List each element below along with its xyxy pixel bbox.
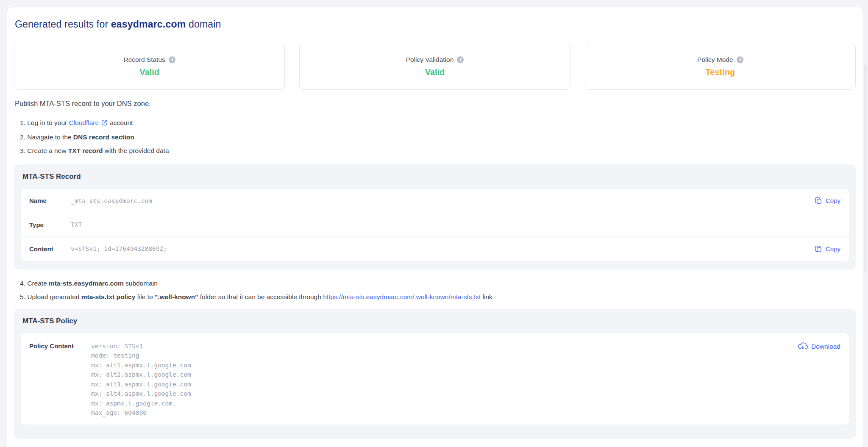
policy-panel-title: MTA-STS Policy [22,317,849,325]
step-number: 5. [20,293,27,300]
step-text: DNS record section [73,133,134,141]
step-text: link [481,293,492,300]
scrollbar[interactable] [864,64,867,272]
step-text: Create [27,280,49,287]
copy-button-label: Copy [826,197,840,204]
step-text: folder so that it can be accessible thro… [198,293,323,300]
copy-button-label: Copy [826,245,840,253]
record-row-name: Name_mta-sts.easydmarc.comCopy [21,189,849,213]
record-row-label: Name [29,197,71,204]
policy-line: mode: testing [91,351,798,361]
step-text: mta-sts.txt policy [81,293,135,300]
copy-button[interactable]: Copy [814,197,840,205]
instruction-step: 4. Create mta-sts.easydmarc.com subdomai… [20,279,856,288]
mta-sts-policy-panel: MTA-STS Policy Policy Content version: S… [14,309,856,439]
instruction-step: 3. Create a new TXT record with the prov… [20,147,856,155]
policy-content-value: version: STSv1mode: testingmx: alt1.aspm… [91,341,798,418]
policy-line: mx: alt2.aspmx.l.google.com [91,370,798,380]
step-number: 4. [20,280,27,287]
page-title-suffix: domain [186,19,221,30]
step-text: account [110,119,133,126]
step-text: Navigate to the [27,133,73,141]
step-text: file to [135,293,155,300]
instruction-step: 2. Navigate to the DNS record section [20,133,856,142]
info-icon[interactable]: i [457,56,464,63]
step-text: TXT record [68,147,103,154]
policy-line: mx: alt4.aspmx.l.google.com [91,389,798,399]
info-icon[interactable]: i [737,56,743,63]
subdomain-steps-list: 4. Create mta-sts.easydmarc.com subdomai… [20,279,856,301]
step-text: Create a new [27,147,68,154]
step-number: 1. [20,119,27,126]
instruction-step: 5. Upload generated mta-sts.txt policy f… [20,293,856,301]
record-row-value: v=STSv1; id=176494328869Z; [71,245,814,252]
copy-icon [814,197,822,205]
status-card-policy-validation: Policy ValidationiValid [299,43,570,90]
status-card-label: Policy Validation [406,56,454,64]
download-button-label: Download [811,343,840,350]
status-card-value: Valid [425,67,445,77]
status-card-value: Testing [706,67,735,77]
external-link-icon [101,119,108,128]
policy-content-label: Policy Content [29,341,91,351]
cloud-download-icon [798,342,808,352]
copy-icon [814,245,822,253]
step-number: 2. [20,133,27,141]
status-card-label: Record Status [124,56,165,64]
record-row-value: TXT [71,221,840,228]
status-card-label: Policy Mode [697,56,733,64]
step-text: subdomain [124,280,158,287]
step-text: ".well-known" [155,293,198,300]
record-row-content: Contentv=STSv1; id=176494328869Z;Copy [21,237,849,261]
policy-content-box: Policy Content version: STSv1mode: testi… [21,333,849,425]
info-icon[interactable]: i [169,56,175,63]
status-card-policy-mode: Policy ModeiTesting [585,43,856,90]
step-number: 3. [20,147,27,154]
step-text: with the provided data [103,147,169,154]
page-title: Generated results for easydmarc.com doma… [15,19,856,30]
status-cards-row: Record StatusiValidPolicy ValidationiVal… [14,43,856,90]
record-panel-title: MTA-STS Record [22,172,849,181]
dns-steps-list: 1. Log in to your Cloudflareaccount2. Na… [20,119,856,155]
record-row-type: TypeTXT [21,213,849,237]
mta-sts-record-panel: MTA-STS Record Name_mta-sts.easydmarc.co… [14,164,856,269]
record-row-value: _mta-sts.easydmarc.com [71,197,814,204]
policy-line: version: STSv1 [91,341,798,351]
step-text: mta-sts.easydmarc.com [49,280,124,287]
policy-line: max_age: 604800 [91,408,798,418]
status-card-value: Valid [139,67,159,77]
page-title-domain: easydmarc.com [111,19,186,30]
step-text: Log in to your [27,119,69,126]
cloudflare-link[interactable]: Cloudflare [69,119,99,126]
policy-url-link[interactable]: https://mta-sts.easydmarc.com/.well-know… [323,293,481,300]
status-card-record-status: Record StatusiValid [14,43,285,90]
instruction-step: 1. Log in to your Cloudflareaccount [20,119,856,128]
results-card: Generated results for easydmarc.com doma… [7,7,862,447]
record-row-label: Content [29,245,71,253]
download-button[interactable]: Download [798,342,840,352]
policy-line: mx: aspmx.l.google.com [91,399,798,408]
page-title-prefix: Generated results for [15,19,111,30]
policy-line: mx: alt1.aspmx.l.google.com [91,361,798,370]
record-row-label: Type [29,221,71,228]
record-table: Name_mta-sts.easydmarc.comCopyTypeTXTCon… [21,189,849,261]
step-text: Upload generated [27,293,81,300]
publish-instruction-text: Publish MTA-STS record to your DNS zone. [15,100,856,108]
copy-button[interactable]: Copy [814,245,840,253]
policy-line: mx: alt3.aspmx.l.google.com [91,380,798,389]
